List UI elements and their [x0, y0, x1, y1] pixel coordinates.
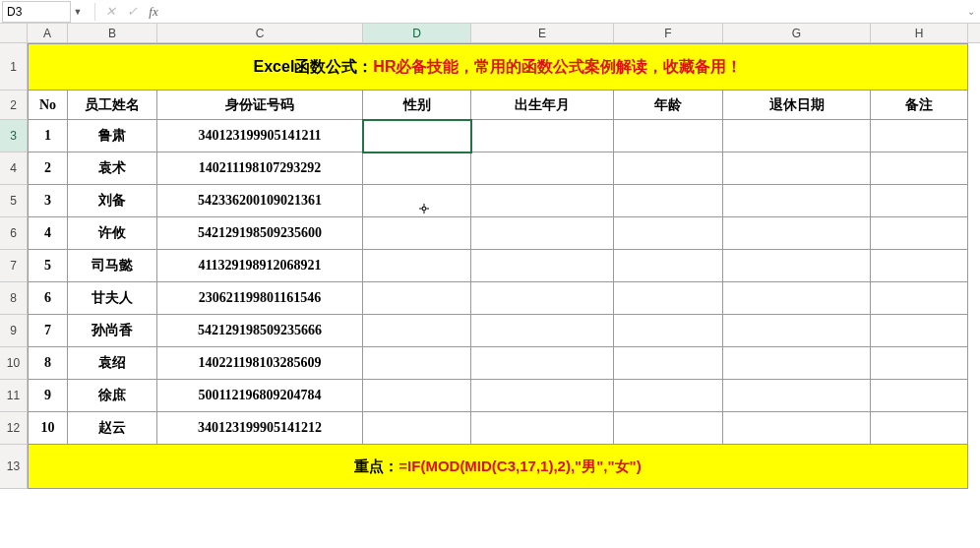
cell-name[interactable]: 司马懿: [68, 250, 157, 282]
cell-age[interactable]: [614, 412, 723, 445]
cell-gender[interactable]: [363, 412, 471, 445]
cell-name[interactable]: 袁绍: [68, 347, 157, 380]
row-header-6[interactable]: 6: [0, 217, 28, 250]
cell-no[interactable]: 9: [28, 380, 68, 412]
cell-no[interactable]: 6: [28, 282, 68, 315]
row-header-10[interactable]: 10: [0, 347, 28, 380]
cell-name[interactable]: 徐庶: [68, 380, 157, 412]
cell-age[interactable]: [614, 380, 723, 412]
cell-name[interactable]: 甘夫人: [68, 282, 157, 315]
cell-retire[interactable]: [723, 412, 871, 445]
cell-note[interactable]: [871, 250, 968, 282]
cell-age[interactable]: [614, 152, 723, 185]
cell-birth[interactable]: [471, 347, 614, 380]
cell-age[interactable]: [614, 315, 723, 347]
cell-retire[interactable]: [723, 250, 871, 282]
cell-no[interactable]: 4: [28, 217, 68, 250]
cell-birth[interactable]: [471, 120, 614, 152]
cell-gender[interactable]: [363, 250, 471, 282]
cell-birth[interactable]: [471, 380, 614, 412]
row-header-2[interactable]: 2: [0, 91, 28, 120]
header-gender[interactable]: 性别: [363, 91, 471, 120]
cell-retire[interactable]: [723, 315, 871, 347]
cell-id[interactable]: 230621199801161546: [157, 282, 363, 315]
enter-icon[interactable]: ✓: [121, 2, 143, 22]
cell-birth[interactable]: [471, 315, 614, 347]
cell-birth[interactable]: [471, 250, 614, 282]
cell-age[interactable]: [614, 250, 723, 282]
cell-retire[interactable]: [723, 120, 871, 152]
cell-no[interactable]: 2: [28, 152, 68, 185]
cell-id[interactable]: 140221198103285609: [157, 347, 363, 380]
cell-retire[interactable]: [723, 380, 871, 412]
cell-no[interactable]: 10: [28, 412, 68, 445]
cell-gender[interactable]: [363, 185, 471, 217]
cell-id[interactable]: 411329198912068921: [157, 250, 363, 282]
cell-id[interactable]: 140211198107293292: [157, 152, 363, 185]
cell-gender[interactable]: [363, 120, 471, 152]
cell-gender[interactable]: [363, 217, 471, 250]
row-header-9[interactable]: 9: [0, 315, 28, 347]
cell-retire[interactable]: [723, 217, 871, 250]
col-header-C[interactable]: C: [157, 24, 363, 42]
header-age[interactable]: 年龄: [614, 91, 723, 120]
row-header-5[interactable]: 5: [0, 185, 28, 217]
cell-note[interactable]: [871, 217, 968, 250]
title-cell[interactable]: Excel函数公式：HR必备技能，常用的函数公式案例解读，收藏备用！: [28, 43, 968, 91]
col-header-G[interactable]: G: [723, 24, 871, 42]
cell-name[interactable]: 刘备: [68, 185, 157, 217]
header-retire[interactable]: 退休日期: [723, 91, 871, 120]
cell-birth[interactable]: [471, 185, 614, 217]
col-header-E[interactable]: E: [471, 24, 614, 42]
cell-name[interactable]: 许攸: [68, 217, 157, 250]
cell-note[interactable]: [871, 120, 968, 152]
cell-retire[interactable]: [723, 282, 871, 315]
cell-no[interactable]: 7: [28, 315, 68, 347]
row-header-13[interactable]: 13: [0, 445, 28, 489]
fx-icon[interactable]: fx: [143, 2, 164, 22]
cell-birth[interactable]: [471, 282, 614, 315]
cell-note[interactable]: [871, 347, 968, 380]
cell-name[interactable]: 赵云: [68, 412, 157, 445]
header-birth[interactable]: 出生年月: [471, 91, 614, 120]
header-note[interactable]: 备注: [871, 91, 968, 120]
name-box-dropdown-icon[interactable]: ▼: [71, 7, 85, 17]
cell-retire[interactable]: [723, 152, 871, 185]
row-header-7[interactable]: 7: [0, 250, 28, 282]
cell-note[interactable]: [871, 185, 968, 217]
cell-no[interactable]: 8: [28, 347, 68, 380]
row-header-11[interactable]: 11: [0, 380, 28, 412]
cell-note[interactable]: [871, 380, 968, 412]
cell-birth[interactable]: [471, 412, 614, 445]
cell-id[interactable]: 340123199905141211: [157, 120, 363, 152]
row-header-1[interactable]: 1: [0, 43, 28, 91]
cell-gender[interactable]: [363, 347, 471, 380]
col-header-B[interactable]: B: [68, 24, 157, 42]
row-header-8[interactable]: 8: [0, 282, 28, 315]
cell-age[interactable]: [614, 282, 723, 315]
row-header-4[interactable]: 4: [0, 152, 28, 185]
cell-gender[interactable]: [363, 315, 471, 347]
cell-gender[interactable]: [363, 152, 471, 185]
col-header-A[interactable]: A: [28, 24, 68, 42]
header-no[interactable]: No: [28, 91, 68, 120]
header-id[interactable]: 身份证号码: [157, 91, 363, 120]
cell-note[interactable]: [871, 152, 968, 185]
col-header-H[interactable]: H: [871, 24, 968, 42]
cell-name[interactable]: 鲁肃: [68, 120, 157, 152]
cell-no[interactable]: 5: [28, 250, 68, 282]
cell-no[interactable]: 1: [28, 120, 68, 152]
cell-age[interactable]: [614, 217, 723, 250]
header-name[interactable]: 员工姓名: [68, 91, 157, 120]
cell-id[interactable]: 500112196809204784: [157, 380, 363, 412]
cell-note[interactable]: [871, 412, 968, 445]
col-header-F[interactable]: F: [614, 24, 723, 42]
col-header-D[interactable]: D: [363, 24, 471, 42]
cell-age[interactable]: [614, 185, 723, 217]
row-header-3[interactable]: 3: [0, 120, 28, 152]
cell-id[interactable]: 542129198509235600: [157, 217, 363, 250]
cell-id[interactable]: 542129198509235666: [157, 315, 363, 347]
expand-formula-bar-icon[interactable]: ⌄: [964, 6, 980, 17]
cell-no[interactable]: 3: [28, 185, 68, 217]
name-box[interactable]: D3: [2, 1, 71, 23]
